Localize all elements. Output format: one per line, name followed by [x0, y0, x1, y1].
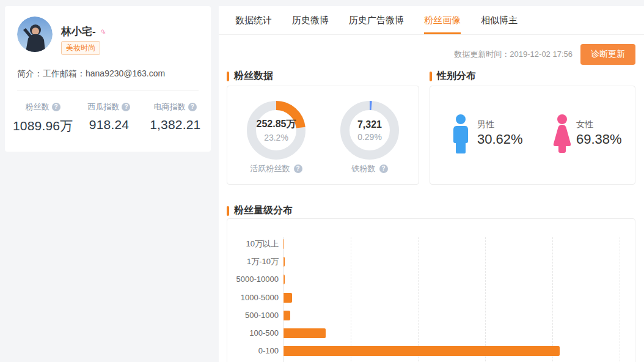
- fans-data-header: 粉丝数据: [227, 70, 273, 83]
- bar: [284, 293, 292, 303]
- fans-data-title: 粉丝数据: [234, 70, 273, 83]
- active-fans-label: 活跃粉丝数: [251, 163, 290, 174]
- bar-category-label: 1000-5000: [227, 293, 279, 303]
- bar-row: 10万以上: [227, 239, 635, 249]
- gender-card: 男性 30.62% 女性 69.38%: [430, 86, 635, 185]
- bar-category-label: 500-1000: [227, 311, 279, 320]
- iron-fans-label: 铁粉数: [352, 163, 376, 174]
- bar-category-label: 0-100: [227, 346, 279, 356]
- iron-fans-label-row: 铁粉数 ?: [327, 163, 412, 174]
- bar: [284, 311, 290, 320]
- tab-history-ad-weibo[interactable]: 历史广告微博: [349, 6, 404, 34]
- active-fans-donut: 252.85万 23.2%: [247, 101, 306, 160]
- female-label: 女性: [576, 119, 593, 130]
- tab-similar-bloggers[interactable]: 相似博主: [481, 6, 518, 34]
- fans-level-title: 粉丝量级分布: [234, 204, 293, 217]
- iron-fans-donut: 7,321 0.29%: [340, 101, 399, 160]
- gender-title: 性别分布: [437, 70, 476, 83]
- bar-row: 1000-5000: [227, 293, 635, 303]
- section-marker: [227, 206, 229, 216]
- profile-stats: 粉丝数 ? 1089.96万 西瓜指数 ? 918.24 电商指数 ? 1,38…: [10, 101, 208, 135]
- profile-divider: [17, 90, 199, 91]
- female-percent: 69.38%: [576, 131, 622, 147]
- bar-row: 100-500: [227, 328, 635, 338]
- bar-category-label: 5000-10000: [227, 275, 279, 284]
- profile-card: 林小宅- ♀ 美妆时尚 简介：工作邮箱：hana9230@163.com 粉丝数…: [5, 6, 211, 152]
- iron-fans-percent: 0.29%: [357, 132, 382, 142]
- stat-ecommerce: 电商指数 ? 1,382.21: [142, 101, 208, 135]
- help-icon[interactable]: ?: [188, 103, 197, 111]
- help-icon[interactable]: ?: [52, 103, 60, 111]
- active-fans-label-row: 活跃粉丝数 ?: [233, 163, 319, 174]
- donut-center-text: 7,321 0.29%: [340, 101, 399, 160]
- fans-level-card: 10万以上1万-10万5000-100001000-5000500-100010…: [227, 218, 635, 362]
- stat-label-text: 西瓜指数: [87, 102, 119, 113]
- help-icon[interactable]: ?: [379, 164, 388, 173]
- update-row: 数据更新时间：2019-12-02 17:56 诊断更新: [454, 44, 635, 65]
- tab-history-weibo[interactable]: 历史微博: [292, 6, 329, 34]
- main-panel: 数据统计 历史微博 历史广告微博 粉丝画像 相似博主 数据更新时间：2019-1…: [219, 6, 644, 362]
- help-icon[interactable]: ?: [294, 164, 302, 173]
- stat-xigua: 西瓜指数 ? 918.24: [76, 101, 142, 135]
- tab-fan-portrait[interactable]: 粉丝画像: [424, 6, 461, 34]
- donut-center-text: 252.85万 23.2%: [247, 101, 306, 160]
- help-icon[interactable]: ?: [122, 103, 130, 111]
- active-fans-value: 252.85万: [257, 118, 296, 131]
- female-gender-icon: ♀: [97, 25, 109, 38]
- stat-fans: 粉丝数 ? 1089.96万: [10, 101, 76, 135]
- male-percent: 30.62%: [477, 131, 523, 147]
- stat-label-text: 粉丝数: [26, 102, 49, 113]
- profile-intro: 简介：工作邮箱：hana9230@163.com: [17, 68, 165, 79]
- bar: [284, 257, 285, 267]
- section-marker: [430, 72, 432, 81]
- male-icon: [452, 114, 469, 156]
- profile-name-row: 林小宅- ♀: [61, 24, 107, 39]
- avatar: [17, 17, 53, 52]
- fans-level-chart: 10万以上1万-10万5000-100001000-5000500-100010…: [227, 219, 635, 362]
- stat-xigua-label: 西瓜指数 ?: [87, 102, 130, 113]
- fans-data-card: 252.85万 23.2% 活跃粉丝数 ? 7,321 0.29% 铁粉数 ?: [227, 86, 419, 185]
- stat-ecommerce-value: 1,382.21: [142, 117, 208, 132]
- stat-xigua-value: 918.24: [76, 117, 142, 132]
- stat-fans-value: 1089.96万: [10, 117, 76, 135]
- bar-row: 5000-10000: [227, 275, 635, 284]
- bar-category-label: 1万-10万: [227, 257, 279, 267]
- bar-category-label: 10万以上: [227, 239, 279, 249]
- bar-row: 1万-10万: [227, 257, 635, 267]
- category-badge: 美妆时尚: [61, 41, 100, 55]
- female-icon: [552, 114, 572, 156]
- data-update-time: 数据更新时间：2019-12-02 17:56: [454, 49, 573, 60]
- bar-row: 0-100: [227, 346, 635, 356]
- diagnose-update-button[interactable]: 诊断更新: [580, 44, 635, 65]
- iron-fans-value: 7,321: [357, 119, 382, 130]
- active-fans-percent: 23.2%: [264, 133, 288, 142]
- male-label: 男性: [477, 119, 494, 130]
- stat-label-text: 电商指数: [154, 102, 186, 113]
- gender-header: 性别分布: [430, 70, 476, 83]
- bar: [284, 346, 560, 356]
- fans-level-header: 粉丝量级分布: [227, 204, 293, 217]
- tab-bar: 数据统计 历史微博 历史广告微博 粉丝画像 相似博主: [219, 6, 644, 35]
- profile-name: 林小宅-: [61, 24, 96, 39]
- stat-ecommerce-label: 电商指数 ?: [154, 102, 197, 113]
- bar: [284, 275, 285, 284]
- bar: [284, 328, 326, 338]
- section-marker: [227, 72, 229, 81]
- avatar-image: [17, 17, 53, 52]
- bar-category-label: 100-500: [227, 328, 279, 338]
- stat-fans-label: 粉丝数 ?: [26, 102, 60, 113]
- bar-row: 500-1000: [227, 311, 635, 320]
- bar: [284, 239, 284, 249]
- tab-data-stats[interactable]: 数据统计: [235, 6, 272, 34]
